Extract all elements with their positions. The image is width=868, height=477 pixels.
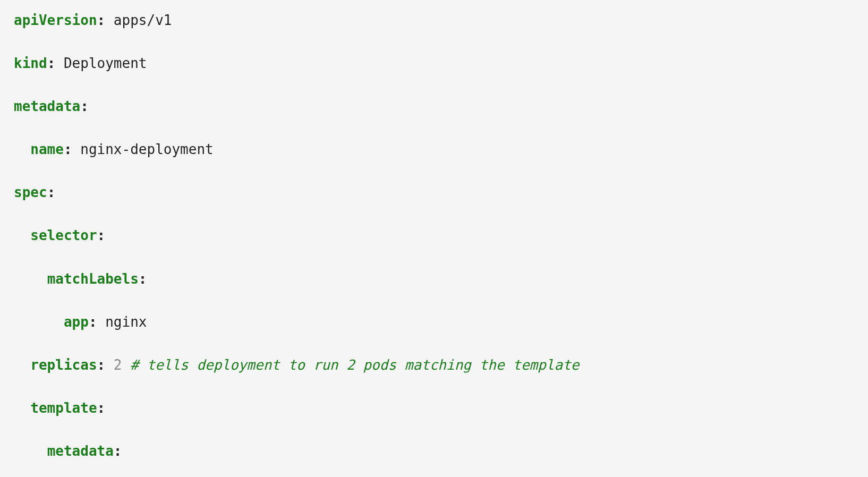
yaml-key-apiVersion: apiVersion (14, 12, 97, 28)
yaml-key-matchLabels: matchLabels (47, 271, 139, 287)
yaml-key-template: template (30, 400, 97, 416)
code-line: apiVersion: apps/v1 (14, 10, 854, 31)
code-line: template: (14, 397, 854, 419)
yaml-key-metadata: metadata (14, 98, 80, 114)
code-line: app: nginx (14, 311, 854, 333)
code-line: name: nginx-deployment (14, 139, 854, 160)
yaml-code-block: apiVersion: apps/v1 kind: Deployment met… (0, 0, 868, 477)
code-line: replicas: 2 # tells deployment to run 2 … (14, 354, 854, 376)
yaml-key-app: app (64, 314, 89, 330)
code-line: kind: Deployment (14, 53, 854, 74)
yaml-key-selector: selector (30, 227, 97, 243)
yaml-value: apps/v1 (114, 12, 172, 28)
code-line: metadata: (14, 96, 854, 117)
code-line: selector: (14, 225, 854, 246)
yaml-key-replicas: replicas (30, 357, 97, 373)
yaml-key-name: name (30, 141, 64, 157)
yaml-key-metadata: metadata (47, 443, 114, 459)
yaml-key-spec: spec (14, 184, 47, 200)
code-line: metadata: (14, 440, 854, 462)
yaml-value-number: 2 (114, 357, 122, 373)
yaml-key-kind: kind (14, 55, 47, 71)
code-line: spec: (14, 182, 854, 203)
code-line: matchLabels: (14, 268, 854, 290)
yaml-value: Deployment (64, 55, 147, 71)
yaml-comment: # tells deployment to run 2 pods matchin… (130, 357, 579, 373)
yaml-value: nginx-deployment (80, 141, 213, 157)
yaml-value: nginx (105, 314, 147, 330)
